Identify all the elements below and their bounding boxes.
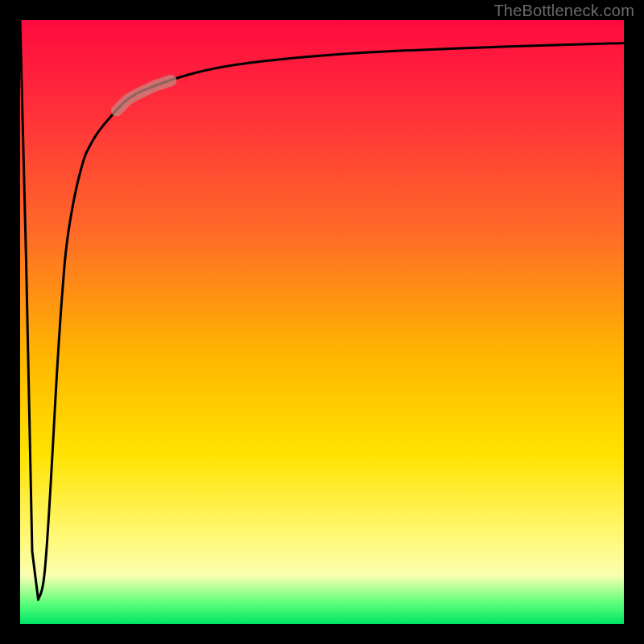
- chart-frame: TheBottleneck.com: [0, 0, 644, 644]
- bottleneck-curve: [20, 20, 624, 600]
- bottleneck-highlight-segment: [117, 80, 171, 111]
- plot-area: [20, 20, 624, 624]
- watermark-text: TheBottleneck.com: [493, 2, 634, 20]
- curve-layer: [20, 20, 624, 624]
